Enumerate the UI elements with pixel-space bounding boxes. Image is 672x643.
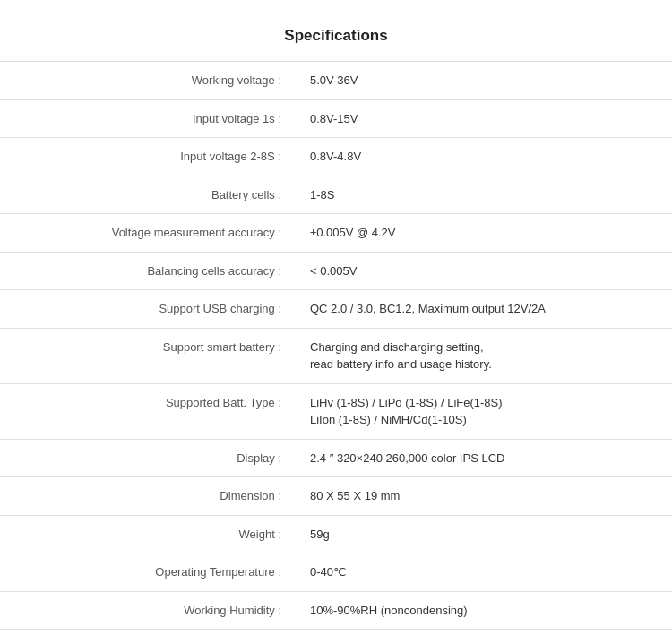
table-row: Operating Temperature :0-40℃ (0, 553, 672, 592)
spec-value: 1-8S (296, 176, 672, 214)
spec-value: < 0.005V (296, 252, 672, 290)
table-row: Display :2.4 ″ 320×240 260,000 color IPS… (0, 439, 672, 477)
spec-label: Operating Temperature : (0, 553, 296, 592)
spec-value: 5.0V-36V (296, 62, 672, 99)
spec-label: Input voltage 1s : (0, 99, 296, 138)
page-container: Specifications Working voltage :5.0V-36V… (0, 0, 672, 643)
table-row: Support USB charging :QC 2.0 / 3.0, BC1.… (0, 290, 672, 329)
spec-label: Display : (0, 439, 296, 477)
spec-label: Storage Temperature : (0, 630, 296, 644)
spec-label: Input voltage 2-8S : (0, 138, 296, 176)
table-row: Supported Batt. Type :LiHv (1-8S) / LiPo… (0, 383, 672, 439)
spec-value: 10%-90%RH (noncondensing) (296, 591, 672, 630)
table-row: Weight :59g (0, 515, 672, 553)
spec-value: 0-40℃ (296, 553, 672, 592)
table-row: Working Humidity :10%-90%RH (noncondensi… (0, 591, 672, 630)
spec-label: Weight : (0, 515, 296, 553)
spec-label: Voltage measurement accuracy : (0, 214, 296, 253)
spec-table: Working voltage :5.0V-36VInput voltage 1… (0, 62, 672, 643)
spec-label: Supported Batt. Type : (0, 383, 296, 439)
table-row: Working voltage :5.0V-36V (0, 62, 672, 99)
spec-value: 80 X 55 X 19 mm (296, 477, 672, 516)
spec-value: 2.4 ″ 320×240 260,000 color IPS LCD (296, 439, 672, 477)
table-row: Dimension :80 X 55 X 19 mm (0, 477, 672, 516)
spec-value: -20-60℃ (296, 630, 672, 644)
table-row: Input voltage 1s :0.8V-15V (0, 99, 672, 138)
spec-label: Support smart battery : (0, 328, 296, 383)
spec-label: Balancing cells accuracy : (0, 252, 296, 290)
spec-value: ±0.005V @ 4.2V (296, 214, 672, 253)
table-row: Battery cells :1-8S (0, 176, 672, 214)
spec-label: Battery cells : (0, 176, 296, 214)
table-row: Voltage measurement accuracy :±0.005V @ … (0, 214, 672, 253)
spec-value: Charging and discharging setting,read ba… (296, 328, 672, 383)
spec-value: 0.8V-4.8V (296, 138, 672, 176)
spec-value: QC 2.0 / 3.0, BC1.2, Maximum output 12V/… (296, 290, 672, 329)
spec-label: Dimension : (0, 477, 296, 516)
spec-value: LiHv (1-8S) / LiPo (1-8S) / LiFe(1-8S)Li… (296, 383, 672, 439)
table-row: Input voltage 2-8S :0.8V-4.8V (0, 138, 672, 176)
table-row: Support smart battery :Charging and disc… (0, 328, 672, 383)
table-row: Storage Temperature :-20-60℃ (0, 630, 672, 644)
table-row: Balancing cells accuracy :< 0.005V (0, 252, 672, 290)
spec-value: 59g (296, 515, 672, 553)
spec-value: 0.8V-15V (296, 99, 672, 138)
spec-label: Working Humidity : (0, 591, 296, 630)
spec-label: Support USB charging : (0, 290, 296, 329)
page-title: Specifications (0, 18, 672, 62)
spec-label: Working voltage : (0, 62, 296, 99)
